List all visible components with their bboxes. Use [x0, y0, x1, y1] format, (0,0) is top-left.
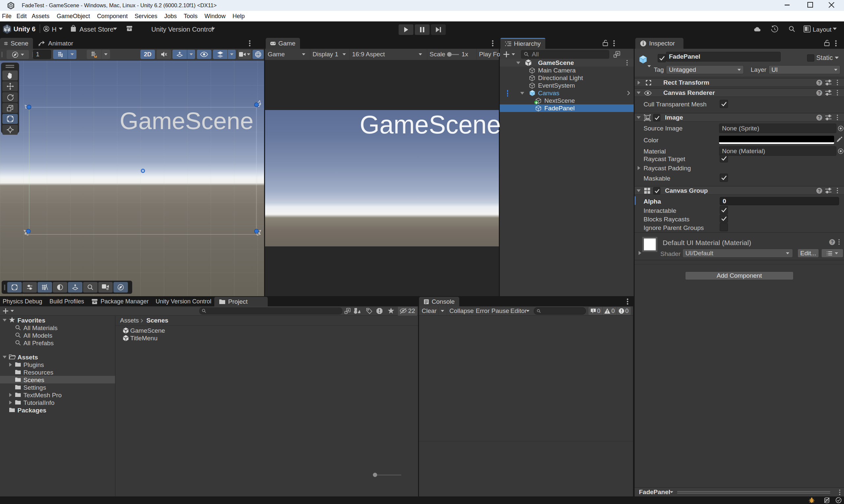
svg-text:?: ? — [818, 188, 821, 193]
svg-text:?: ? — [831, 239, 834, 245]
svg-text:?: ? — [818, 90, 821, 95]
svg-text:Y: Y — [61, 55, 63, 58]
svg-text:?: ? — [818, 80, 821, 85]
svg-text:?: ? — [818, 115, 821, 120]
